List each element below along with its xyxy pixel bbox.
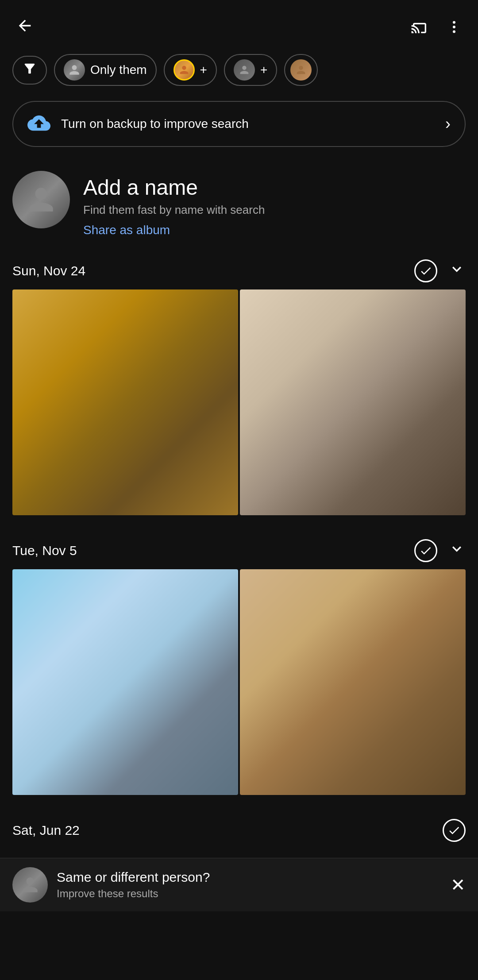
- backup-banner[interactable]: Turn on backup to improve search ›: [12, 101, 466, 147]
- person4-avatar: [290, 59, 312, 81]
- photo-grid-nov5: [12, 569, 466, 797]
- back-button[interactable]: [12, 13, 37, 41]
- prompt-title: Same or different person?: [57, 870, 442, 885]
- bottom-prompt-banner: Same or different person? Improve these …: [0, 858, 478, 911]
- filter-chips-row: Only them + +: [0, 50, 478, 90]
- prompt-subtitle: Improve these results: [57, 887, 442, 900]
- filter-button[interactable]: [12, 56, 47, 85]
- person2-avatar: [173, 59, 195, 81]
- photo-image: [12, 569, 238, 795]
- photo-cell[interactable]: [240, 569, 466, 795]
- date-label-nov5: Tue, Nov 5: [12, 543, 77, 558]
- person2-filter-chip[interactable]: +: [164, 54, 217, 86]
- expand-nov5-button[interactable]: [448, 540, 466, 562]
- date-section-nov5: Tue, Nov 5: [0, 526, 478, 801]
- prompt-person-avatar: [12, 867, 48, 903]
- date-section-jun22: Sat, Jun 22: [0, 806, 478, 849]
- person-subtitle: Find them fast by name with search: [83, 203, 265, 217]
- date-header-nov24: Sun, Nov 24: [12, 251, 466, 289]
- person-name-title: Add a name: [83, 175, 265, 200]
- photo-cell[interactable]: [12, 289, 238, 515]
- photo-cell[interactable]: [12, 569, 238, 795]
- more-icon: [446, 19, 462, 35]
- person3-avatar: [234, 59, 255, 81]
- photo-grid-nov24: [12, 289, 466, 517]
- person2-chip-plus: +: [200, 63, 207, 77]
- photo-image: [240, 289, 466, 515]
- person-info: Add a name Find them fast by name with s…: [83, 171, 265, 237]
- expand-nov24-button[interactable]: [448, 260, 466, 282]
- backup-arrow-icon: ›: [445, 115, 451, 133]
- select-all-nov24-button[interactable]: [414, 259, 437, 282]
- date-section-nov24: Sun, Nov 24: [0, 246, 478, 521]
- photo-image: [240, 569, 466, 795]
- person1-avatar: [64, 59, 85, 81]
- filter-lines-icon: [22, 61, 37, 79]
- svg-point-0: [453, 21, 455, 24]
- date-header-nov5: Tue, Nov 5: [12, 530, 466, 569]
- select-all-jun22-button[interactable]: [443, 819, 466, 842]
- date-header-jun22: Sat, Jun 22: [12, 810, 466, 849]
- svg-point-2: [453, 31, 455, 33]
- main-person-avatar: [12, 171, 70, 228]
- header-actions: [407, 14, 466, 40]
- back-icon: [16, 19, 34, 38]
- photo-image: [12, 289, 238, 515]
- svg-point-1: [453, 26, 455, 28]
- date-label-jun22: Sat, Jun 22: [12, 823, 80, 838]
- backup-text: Turn on backup to improve search: [61, 117, 436, 131]
- prompt-text-block: Same or different person? Improve these …: [57, 870, 442, 900]
- date-actions-jun22: [443, 819, 466, 842]
- person3-chip-plus: +: [260, 63, 267, 77]
- date-label-nov24: Sun, Nov 24: [12, 263, 85, 278]
- backup-icon-wrap: [27, 112, 52, 136]
- prompt-close-button[interactable]: ✕: [451, 875, 466, 895]
- cast-button[interactable]: [407, 14, 432, 40]
- close-icon: ✕: [451, 875, 466, 895]
- date-actions-nov24: [414, 259, 466, 282]
- cast-icon: [411, 18, 428, 35]
- person1-chip-label: Only them: [90, 63, 147, 77]
- person4-filter-chip[interactable]: [284, 54, 318, 86]
- share-as-album-link[interactable]: Share as album: [83, 223, 265, 237]
- check-circle-icon-nov5: [414, 539, 437, 562]
- header: [0, 0, 478, 50]
- more-options-button[interactable]: [443, 15, 466, 39]
- photo-cell[interactable]: [240, 289, 466, 515]
- person3-filter-chip[interactable]: +: [224, 54, 277, 86]
- check-circle-icon-nov24: [414, 259, 437, 282]
- check-circle-icon-jun22: [443, 819, 466, 842]
- person-card: Add a name Find them fast by name with s…: [0, 158, 478, 246]
- cloud-upload-icon: [27, 119, 50, 138]
- select-all-nov5-button[interactable]: [414, 539, 437, 562]
- person1-filter-chip[interactable]: Only them: [54, 54, 157, 86]
- date-actions-nov5: [414, 539, 466, 562]
